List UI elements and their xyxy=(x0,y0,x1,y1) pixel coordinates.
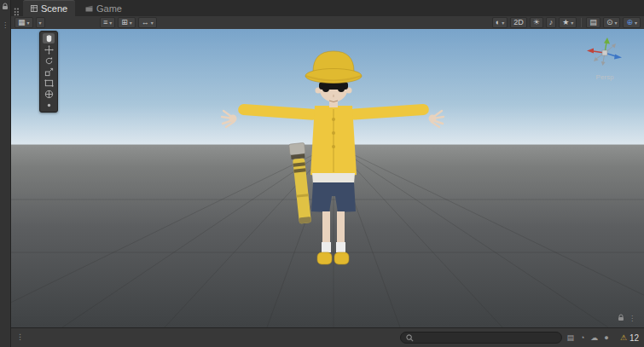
camera-dropdown[interactable]: ⊙ ▾ xyxy=(603,17,621,28)
effects-star-icon: ★ xyxy=(562,19,569,26)
rotate-tool-button[interactable] xyxy=(43,55,55,66)
hand-icon xyxy=(44,34,54,43)
lock-icon[interactable] xyxy=(618,314,624,323)
2d-toggle-label: 2D xyxy=(513,19,524,26)
camera-icon: ⊙ xyxy=(606,19,613,26)
more-options-dropdown[interactable]: ▾ xyxy=(36,17,45,28)
chevron-down-icon: ▾ xyxy=(27,20,30,26)
game-tab-label: Game xyxy=(96,3,122,14)
chevron-down-icon: ▾ xyxy=(39,20,42,26)
chevron-down-icon: ▾ xyxy=(571,20,573,26)
view-tool-button[interactable] xyxy=(43,33,55,43)
scene-tab-icon xyxy=(31,5,38,12)
move-icon xyxy=(44,45,54,55)
progress-status-icon[interactable]: ◔ xyxy=(580,334,584,342)
move-tool-button[interactable] xyxy=(43,44,55,55)
status-search[interactable] xyxy=(400,332,562,344)
orientation-gizmo[interactable]: Persp xyxy=(584,36,625,85)
chevron-down-icon: ▾ xyxy=(130,20,132,26)
lines-icon: ≡ xyxy=(103,19,107,26)
scene-corner-controls: ⋮ xyxy=(618,314,635,323)
snap-icon: ↔ xyxy=(142,19,149,26)
panel-tabbar: Scene Game xyxy=(11,0,644,16)
search-icon xyxy=(406,334,414,342)
gizmos-dropdown[interactable]: ⊕ ▾ xyxy=(623,17,641,28)
chevron-down-icon: ▾ xyxy=(502,20,504,26)
shaded-mode-dropdown[interactable]: ◐ ▾ xyxy=(492,17,508,28)
rail-menu-icon[interactable]: ⋮ xyxy=(2,22,9,29)
light-bulb-icon: ☀ xyxy=(533,19,540,26)
audio-icon: ♪ xyxy=(549,19,554,26)
tab-scene[interactable]: Scene xyxy=(23,0,75,16)
chevron-down-icon: ▾ xyxy=(109,20,112,26)
scene-tab-label: Scene xyxy=(41,3,67,14)
grid-dropdown[interactable]: ⊞ ▾ xyxy=(118,17,136,28)
status-menu-icon[interactable]: ⋮ xyxy=(16,333,24,341)
rect-tool-button[interactable] xyxy=(43,78,55,88)
effects-dropdown[interactable]: ★ ▾ xyxy=(559,17,577,28)
console-count-badge[interactable]: ⚠ 12 xyxy=(620,333,639,343)
lock-icon[interactable] xyxy=(2,3,9,12)
draw-mode-dropdown[interactable]: ▦ ▾ xyxy=(15,17,33,28)
2d-toggle[interactable]: 2D xyxy=(510,17,527,28)
scene-viewport[interactable]: Persp ⋮ xyxy=(11,29,644,327)
tools-overlay xyxy=(39,31,58,113)
console-count-value: 12 xyxy=(629,333,639,343)
chevron-down-icon: ▾ xyxy=(614,20,617,26)
scale-tool-button[interactable] xyxy=(43,67,55,77)
search-input[interactable] xyxy=(417,333,556,343)
shaded-sphere-icon: ◐ xyxy=(496,19,500,26)
cloud-status-icon[interactable]: ☁ xyxy=(590,334,598,342)
warning-icon: ⚠ xyxy=(620,333,627,342)
snap-dropdown[interactable]: ↔ ▾ xyxy=(138,17,157,28)
rect-tool-icon xyxy=(44,78,54,88)
rotate-icon xyxy=(44,56,54,66)
layers-icon: ▦ xyxy=(18,19,26,26)
panel-menu-icon[interactable]: ⋮ xyxy=(629,315,635,322)
status-bar: ⋮ ▤ ◔ ☁ ● ⚠ 12 xyxy=(11,327,644,347)
grid-icon: ⊞ xyxy=(121,19,128,26)
tab-game[interactable]: Game xyxy=(78,0,130,16)
gizmos-globe-icon: ⊕ xyxy=(626,19,633,26)
chevron-down-icon: ▾ xyxy=(635,20,637,26)
transform-icon xyxy=(44,90,54,99)
left-dock-rail: ⋮ xyxy=(0,0,11,347)
axis-gizmo-icon xyxy=(584,36,625,73)
scene-visibility-toggle[interactable]: ▤ xyxy=(586,17,600,28)
scene-toolbar: ▦ ▾ ▾ ≡ ▾ ⊞ ▾ ↔ ▾ ◐ ▾ xyxy=(11,16,644,30)
visibility-icon: ▤ xyxy=(589,19,597,26)
toolbar-divider xyxy=(581,18,582,27)
scene-audio-toggle[interactable]: ♪ xyxy=(546,17,557,28)
custom-tool-icon xyxy=(44,101,54,110)
chevron-down-icon: ▾ xyxy=(151,20,154,26)
scene-lighting-toggle[interactable]: ☀ xyxy=(530,17,543,28)
character-coat xyxy=(310,106,357,177)
transform-tool-button[interactable] xyxy=(43,89,55,99)
scene-canvas xyxy=(11,29,644,327)
account-status-icon[interactable]: ● xyxy=(604,334,608,342)
game-tab-icon xyxy=(85,5,93,12)
projection-label[interactable]: Persp xyxy=(584,73,625,81)
unity-editor-window: ⋮ Scene Game ▦ ▾ ▾ xyxy=(0,0,644,347)
layout-status-icon[interactable]: ▤ xyxy=(566,334,574,342)
orientation-dropdown[interactable]: ≡ ▾ xyxy=(100,17,115,28)
scale-icon xyxy=(44,67,54,77)
custom-tool-button[interactable] xyxy=(43,100,55,110)
